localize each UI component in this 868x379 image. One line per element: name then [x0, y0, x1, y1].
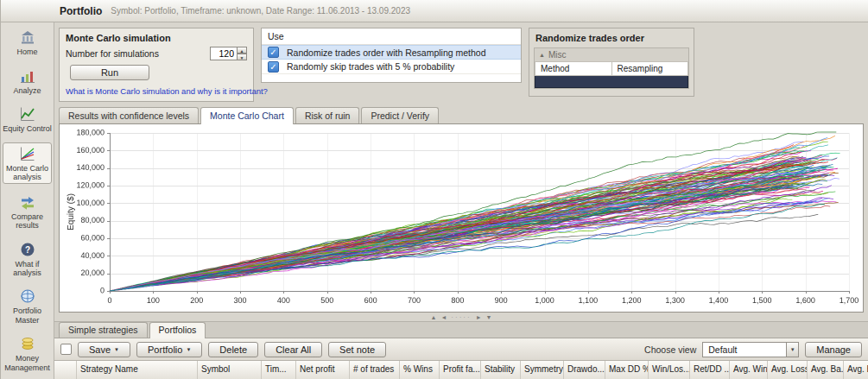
svg-text:?: ? [24, 244, 29, 254]
column-header-profit-factor[interactable]: Profit fa... [440, 361, 481, 379]
strategy-list-tab-bar: Simple strategies Portfolios [54, 321, 868, 338]
run-button[interactable]: Run [70, 65, 149, 80]
column-header-strategy-name[interactable]: Strategy Name [77, 361, 198, 379]
tab-monte-carlo-chart[interactable]: Monte Carlo Chart [200, 107, 294, 124]
tab-risk-of-ruin[interactable]: Risk of ruin [295, 107, 360, 123]
use-option-skip-trades[interactable]: ✓ Randomly skip trades with 5 % probabil… [262, 60, 521, 74]
choose-view-label: Choose view [644, 344, 696, 355]
sidebar-item-label: Home [16, 47, 37, 56]
column-header-max-dd[interactable]: Max DD % [605, 361, 649, 379]
use-option-randomize-order[interactable]: ✓ Randomize trades order with Resampling… [262, 45, 521, 60]
sidebar: Home Analyze Equity Control Monte Carlo … [1, 22, 54, 379]
splitter-grip[interactable]: ····· [451, 313, 471, 321]
tab-results-with-confidence-levels[interactable]: Results with confidence levels [59, 107, 199, 123]
main-content: Monte Carlo simulation Number for simula… [54, 22, 868, 379]
method-property-row: Method Resampling [535, 61, 688, 76]
randomize-order-checkbox[interactable]: ✓ [268, 47, 279, 58]
simulations-count-input[interactable] [210, 47, 238, 60]
misc-group: ▲ Misc Method Resampling [534, 47, 689, 89]
column-header-avg-bars-1[interactable]: Avg. Ba... [808, 361, 844, 379]
sidebar-item-money-management[interactable]: Money Management [1, 333, 54, 374]
bank-icon [2, 28, 53, 46]
equity-curves-canvas [60, 124, 863, 312]
spinner-up-icon[interactable]: ▲ [238, 47, 247, 54]
simulations-count-stepper: ▲ ▼ [210, 47, 247, 60]
randomize-panel-title: Randomize trades order [529, 28, 694, 45]
monte-carlo-help-link[interactable]: What is Monte Carlo simulation and why i… [66, 86, 247, 96]
use-option-label: Randomly skip trades with 5 % probabilit… [287, 61, 454, 72]
strategy-list-toolbar: Save ▼ Portfolio ▼ Delete Clear All Set … [54, 338, 868, 360]
select-all-checkbox[interactable] [60, 344, 72, 355]
skip-trades-checkbox[interactable]: ✓ [268, 61, 279, 73]
equity-line-icon [2, 105, 53, 123]
property-grid-empty-row [535, 76, 688, 88]
sidebar-item-monte-carlo-analysis[interactable]: Monte Carlo analysis [3, 142, 52, 185]
tab-portfolios[interactable]: Portfolios [149, 322, 206, 338]
coins-icon [2, 335, 53, 352]
splitter-down-icon[interactable]: ▼ [486, 314, 492, 320]
sidebar-item-what-if-analysis[interactable]: ? What if analysis [1, 239, 54, 280]
use-options-panel: Use ✓ Randomize trades order with Resamp… [261, 28, 522, 83]
sidebar-item-compare-results[interactable]: Compare results [1, 192, 54, 232]
results-tab-bar: Results with confidence levels Monte Car… [54, 106, 868, 123]
column-header-win-loss[interactable]: Win/Los... [649, 361, 690, 379]
monte-carlo-simulation-panel: Monte Carlo simulation Number for simula… [59, 28, 254, 102]
globe-icon [2, 287, 53, 305]
column-header-num-trades[interactable]: # of trades [350, 361, 400, 379]
tab-predict-verify[interactable]: Predict / Verify [361, 107, 439, 123]
column-header-symbol[interactable]: Symbol [198, 361, 262, 379]
misc-group-label: Misc [548, 50, 567, 60]
header-bar: Portfolio Symbol: Portfolio, Timeframe: … [1, 0, 868, 22]
randomize-trades-order-panel: Randomize trades order ▲ Misc Method Res… [529, 28, 694, 97]
sidebar-item-equity-control[interactable]: Equity Control [1, 104, 54, 135]
chevron-down-icon: ▼ [786, 343, 798, 357]
settings-panels: Monte Carlo simulation Number for simula… [54, 22, 868, 106]
column-header-ret-dd[interactable]: Ret/DD ... [690, 361, 730, 379]
set-note-button[interactable]: Set note [328, 342, 386, 357]
view-select[interactable]: Default ▼ [702, 342, 799, 357]
view-select-value: Default [708, 344, 737, 355]
splitter-up-icon[interactable]: ▲ [430, 314, 436, 320]
column-header-net-profit[interactable]: Net profit [296, 361, 350, 379]
sidebar-item-analyze[interactable]: Analyze [1, 66, 54, 97]
column-header-symmetry[interactable]: Symmetry [521, 361, 564, 379]
sidebar-item-label: Portfolio Master [13, 306, 41, 324]
column-header-timeframe[interactable]: Tim... [262, 361, 296, 379]
simulation-panel-title: Monte Carlo simulation [60, 28, 253, 45]
sidebar-item-label: Compare results [11, 212, 43, 230]
use-option-label: Randomize trades order with Resampling m… [287, 47, 486, 58]
sidebar-item-label: Money Management [4, 354, 50, 371]
spinner-down-icon[interactable]: ▼ [238, 54, 247, 60]
dropdown-arrow-icon: ▼ [114, 347, 119, 352]
column-header-pct-wins[interactable]: % Wins [400, 361, 440, 379]
column-header-drawdown[interactable]: Drawdo... [564, 361, 605, 379]
use-panel-title: Use [262, 28, 521, 45]
column-header-icon[interactable] [54, 361, 77, 379]
method-property-name: Method [535, 61, 611, 76]
portfolio-button-label: Portfolio [148, 344, 182, 355]
column-header-stability[interactable]: Stability [481, 361, 521, 379]
manage-button[interactable]: Manage [805, 342, 862, 357]
save-button[interactable]: Save ▼ [78, 342, 130, 357]
save-button-label: Save [89, 344, 111, 355]
method-property-value[interactable]: Resampling [611, 61, 689, 76]
page-subtitle: Symbol: Portfolio, Timeframe: unknown, D… [111, 6, 410, 16]
monte-carlo-chart [59, 123, 864, 313]
sidebar-item-home[interactable]: Home [1, 27, 54, 58]
sidebar-item-portfolio-master[interactable]: Portfolio Master [1, 286, 54, 326]
app-window: Portfolio Symbol: Portfolio, Timeframe: … [0, 0, 868, 379]
delete-button[interactable]: Delete [208, 342, 258, 357]
panel-splitter[interactable]: ▲ ◄ ····· ► ▼ [54, 313, 868, 321]
column-header-avg-win[interactable]: Avg. Win [730, 361, 768, 379]
splitter-right-icon[interactable]: ► [476, 314, 482, 320]
monte-carlo-icon [4, 145, 50, 162]
column-header-avg-bars-2[interactable]: Avg. Ba... [844, 361, 868, 379]
misc-group-header[interactable]: ▲ Misc [535, 48, 688, 61]
question-icon: ? [2, 241, 53, 258]
clear-all-button[interactable]: Clear All [264, 342, 322, 357]
column-header-avg-loss[interactable]: Avg. Loss [768, 361, 808, 379]
tab-simple-strategies[interactable]: Simple strategies [59, 322, 148, 338]
splitter-left-icon[interactable]: ◄ [440, 314, 447, 320]
sidebar-item-label: Analyze [13, 86, 41, 95]
portfolio-button[interactable]: Portfolio ▼ [136, 342, 202, 357]
